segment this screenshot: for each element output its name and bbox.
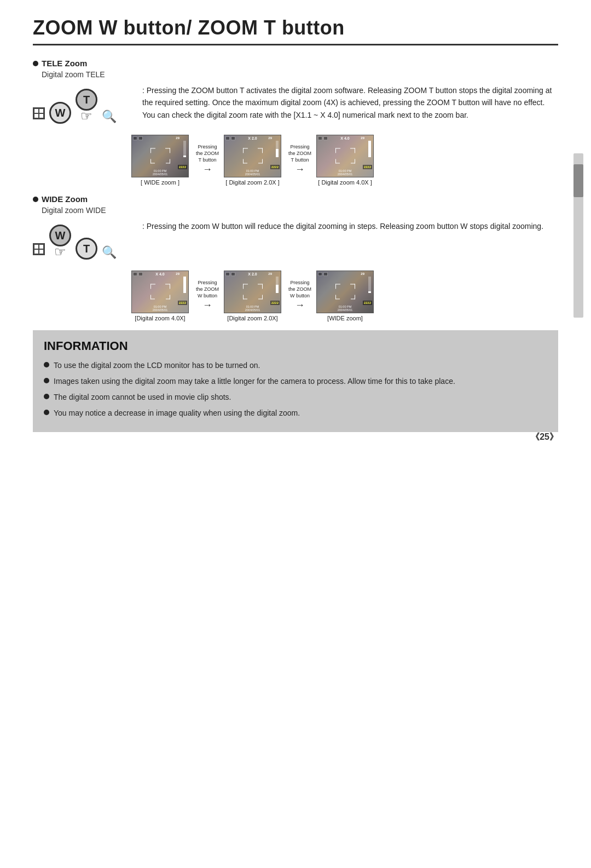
tele-screen3-item: 29 X 4.0 2222 01:00 PM2004/05/01 [ Digit… bbox=[316, 135, 374, 186]
information-section: INFORMATION To use the digital zoom the … bbox=[33, 330, 558, 432]
wide-screen3-caption: [WIDE zoom] bbox=[327, 315, 363, 321]
grid-icon-wide bbox=[33, 243, 45, 255]
info-bullet-1 bbox=[44, 362, 49, 367]
t-button2[interactable]: T bbox=[76, 238, 97, 260]
wide-bracket3 bbox=[335, 284, 355, 299]
wide-screen3-item: 29 2222 01:00 PM2004/05/01 [WIDE zoom] bbox=[316, 271, 374, 321]
info-item-4: You may notice a decrease in image quali… bbox=[44, 407, 547, 419]
wide-x-label1: X 4.0 bbox=[155, 272, 164, 276]
info-list: To use the digital zoom the LCD monitor … bbox=[44, 360, 547, 419]
wide-screen2-item: 29 X 2.0 2222 01:00 PM2004/05/01 [Digita… bbox=[224, 271, 281, 321]
grid-icon bbox=[33, 107, 45, 119]
cam-num2: 29 bbox=[268, 136, 272, 140]
wide-yellow2: 2222 bbox=[270, 301, 280, 305]
wide-x-label2: X 2.0 bbox=[248, 272, 257, 276]
wide-bracket2 bbox=[243, 284, 263, 299]
cam-bracket3 bbox=[335, 148, 355, 163]
cam-zoombar3 bbox=[368, 141, 371, 157]
cam-x-label2: X 2.0 bbox=[248, 136, 257, 140]
wide-zoom-label: WIDE Zoom bbox=[33, 194, 558, 204]
cam-yellow1: 2222 bbox=[178, 165, 187, 169]
cam-x-label3: X 4.0 bbox=[340, 136, 349, 140]
tele-zoom-label: TELE Zoom bbox=[33, 59, 558, 68]
info-bullet-2 bbox=[44, 378, 49, 383]
info-item-2: Images taken using the digital zoom may … bbox=[44, 376, 547, 387]
wide-arrow2: Pressingthe ZOOMW button → bbox=[283, 280, 316, 312]
wide-zoombar2 bbox=[276, 277, 279, 293]
tele-screen2-caption: [ Digital zoom 2.0X ] bbox=[225, 179, 279, 186]
wide-timestamp1: 01:00 PM2004/05/01 bbox=[153, 305, 168, 312]
wide-cam-num2: 29 bbox=[268, 272, 272, 276]
wide-screen1: 29 X 4.0 2222 01:00 PM2004/05/01 bbox=[131, 271, 189, 313]
tele-icons-area: W T ☞ 🔍 bbox=[33, 84, 131, 124]
info-text-3: The digital zoom cannot be used in movie… bbox=[54, 392, 231, 403]
page-title: ZOOM W button/ ZOOM T button bbox=[33, 16, 558, 45]
wide-cam-num1: 29 bbox=[176, 272, 179, 276]
tele-screen1-caption: [ WIDE zoom ] bbox=[141, 179, 179, 186]
info-item-3: The digital zoom cannot be used in movie… bbox=[44, 392, 547, 403]
cam-yellow3: 2222 bbox=[363, 165, 372, 169]
wide-screenshots-row: 29 X 4.0 2222 01:00 PM2004/05/01 [Digita… bbox=[131, 271, 558, 321]
cam-timestamp3: 01:00 PM2004/05/01 bbox=[338, 169, 353, 176]
cam-num3: 29 bbox=[361, 136, 364, 140]
tele-screenshots-row: 29 2222 01:00 PM2004/05/01 [ WIDE zoom ] bbox=[131, 135, 558, 186]
tele-sub-label: Digital zoom TELE bbox=[42, 70, 558, 79]
wide-yellow3: 2222 bbox=[363, 301, 372, 305]
wide-screen1-caption: [Digital zoom 4.0X] bbox=[135, 315, 185, 321]
w-button[interactable]: W bbox=[49, 102, 71, 124]
wide-arrow1: Pressingthe ZOOMW button → bbox=[191, 280, 224, 312]
tele-content-row: W T ☞ 🔍 : Pressing the ZOOM button T act… bbox=[33, 84, 558, 124]
cam-bracket2 bbox=[243, 148, 263, 163]
info-bullet-3 bbox=[44, 394, 49, 399]
wide-cam-num3: 29 bbox=[361, 272, 364, 276]
tele-description: : Pressing the ZOOM button T activates t… bbox=[142, 84, 558, 124]
info-text-1: To use the digital zoom the LCD monitor … bbox=[54, 360, 260, 371]
wide-timestamp2: 01:00 PM2004/05/01 bbox=[245, 305, 260, 312]
t-button-wrap: T ☞ bbox=[76, 89, 97, 124]
tele-zoom-section: TELE Zoom Digital zoom TELE W bbox=[33, 59, 558, 186]
page-container: ZOOM W button/ ZOOM T button TELE Zoom D… bbox=[0, 0, 591, 454]
tele-arrow2: Pressingthe ZOOMT button → bbox=[283, 144, 316, 176]
tele-screen3-caption: [ Digital zoom 4.0X ] bbox=[318, 179, 372, 186]
cam-timestamp1: 01:00 PM2004/05/01 bbox=[153, 169, 168, 176]
wide-screen2-caption: [Digital zoom 2.0X] bbox=[227, 315, 277, 321]
t-button[interactable]: T bbox=[76, 89, 97, 111]
sidebar-scrollbar-thumb[interactable] bbox=[573, 164, 583, 197]
w-button-wrap2: W ☞ bbox=[49, 225, 71, 260]
wide-bracket1 bbox=[150, 284, 170, 299]
w-button2[interactable]: W bbox=[49, 225, 71, 246]
wide-timestamp3: 01:00 PM2004/05/01 bbox=[338, 305, 353, 312]
hand-icon: ☞ bbox=[80, 108, 92, 124]
cam-top-bar: 29 bbox=[133, 136, 187, 140]
page-number: 《25》 bbox=[531, 432, 558, 443]
wide-cam-top3: 29 bbox=[318, 272, 372, 276]
cam-yellow2: 2222 bbox=[270, 165, 280, 169]
tele-arrow1: Pressingthe ZOOMT button → bbox=[191, 144, 224, 176]
wide-screen2: 29 X 2.0 2222 01:00 PM2004/05/01 bbox=[224, 271, 281, 313]
tele-bullet bbox=[33, 61, 38, 66]
hand-icon2: ☞ bbox=[54, 244, 66, 260]
cam-num1: 29 bbox=[176, 136, 179, 140]
wide-content-row: W ☞ T 🔍 : Pressing the zoom W button wil… bbox=[33, 220, 558, 260]
t-button-wrap2: T bbox=[76, 238, 97, 260]
wide-screen3: 29 2222 01:00 PM2004/05/01 bbox=[316, 271, 374, 313]
wide-screen1-item: 29 X 4.0 2222 01:00 PM2004/05/01 [Digita… bbox=[131, 271, 189, 321]
wide-zoombar1 bbox=[183, 277, 186, 293]
wide-zoom-section: WIDE Zoom Digital zoom WIDE W ☞ bbox=[33, 194, 558, 321]
cam-timestamp2: 01:00 PM2004/05/01 bbox=[245, 169, 260, 176]
wide-icons-area: W ☞ T 🔍 bbox=[33, 220, 131, 260]
information-title: INFORMATION bbox=[44, 339, 547, 353]
tele-screen1-item: 29 2222 01:00 PM2004/05/01 [ WIDE zoom ] bbox=[131, 135, 189, 186]
magnifier-icon: 🔍 bbox=[102, 110, 117, 124]
cam-zoombar2 bbox=[276, 141, 279, 157]
wide-description: : Pressing the zoom W button will reduce… bbox=[142, 220, 558, 260]
wide-bullet bbox=[33, 197, 38, 202]
tele-screen3: 29 X 4.0 2222 01:00 PM2004/05/01 bbox=[316, 135, 374, 177]
cam-zoombar1 bbox=[183, 141, 186, 157]
tele-btn-row: W T ☞ 🔍 bbox=[33, 89, 117, 124]
sidebar-scrollbar[interactable] bbox=[573, 153, 583, 318]
wide-btn-row: W ☞ T 🔍 bbox=[33, 225, 117, 260]
tele-screen1: 29 2222 01:00 PM2004/05/01 bbox=[131, 135, 189, 177]
tele-screen2-item: 29 X 2.0 2222 01:00 PM2004/05/01 [ Digit… bbox=[224, 135, 281, 186]
info-text-2: Images taken using the digital zoom may … bbox=[54, 376, 455, 387]
